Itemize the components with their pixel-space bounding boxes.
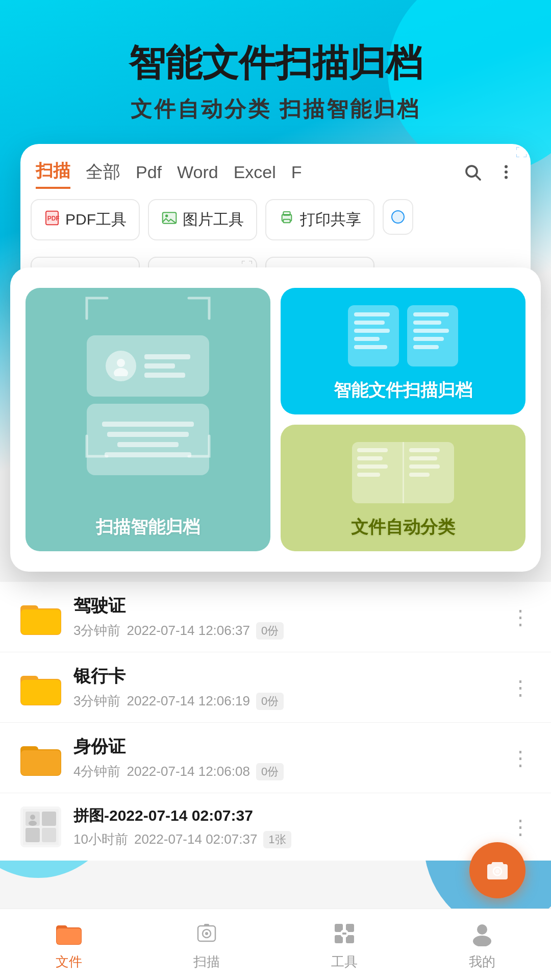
nav-mine[interactable]: 我的 <box>467 918 497 971</box>
img-icon <box>161 210 178 230</box>
id-card-lines <box>144 354 190 378</box>
svg-rect-35 <box>42 812 56 826</box>
feature-grid: 扫描智能归档 <box>26 288 525 551</box>
nav-files-label: 文件 <box>56 953 82 971</box>
search-icon[interactable] <box>463 163 482 186</box>
file-name-2: 银行卡 <box>73 665 498 688</box>
svg-point-2 <box>505 165 508 168</box>
svg-rect-37 <box>42 828 56 842</box>
tab-all[interactable]: 全部 <box>86 160 120 188</box>
folder-icon-3 <box>20 740 61 776</box>
feature-card-smart-scan[interactable]: 智能文件扫描归档 <box>281 288 525 414</box>
bottom-nav: 文件 扫描 工具 <box>0 909 551 980</box>
nav-tools-label: 工具 <box>331 953 358 971</box>
feature-card-auto-classify[interactable]: 文件自动分类 <box>281 425 525 551</box>
tool-pdf-label: PDF工具 <box>65 209 127 230</box>
svg-point-41 <box>495 869 499 873</box>
file-info-1: 驾驶证 3分钟前 2022-07-14 12:06:37 0份 <box>73 594 498 640</box>
file-item[interactable]: 驾驶证 3分钟前 2022-07-14 12:06:37 0份 ⋮ <box>0 582 551 652</box>
svg-point-3 <box>505 170 508 174</box>
svg-rect-11 <box>283 219 290 223</box>
file-name-3: 身份证 <box>73 735 498 758</box>
folder-icon-2 <box>20 670 61 705</box>
svg-text:PDF: PDF <box>47 215 60 222</box>
tab-excel[interactable]: Excel <box>234 162 276 186</box>
book-icon-area <box>352 437 454 508</box>
file-info-3: 身份证 4分钟前 2022-07-14 12:06:08 0份 <box>73 735 498 780</box>
svg-point-22 <box>117 359 125 367</box>
svg-rect-32 <box>21 750 61 775</box>
svg-point-55 <box>477 924 487 935</box>
fab-camera-button[interactable] <box>469 842 525 898</box>
doc-2 <box>407 305 458 366</box>
file-item[interactable]: 拼图-2022-07-14 02:07:37 10小时前 2022-07-14 … <box>0 793 551 861</box>
feature-left-label: 扫描智能归档 <box>96 516 200 539</box>
nav-person-icon <box>467 918 497 949</box>
svg-rect-54 <box>342 933 346 935</box>
svg-rect-26 <box>21 609 61 634</box>
feature-card-right: 智能文件扫描归档 <box>281 288 525 551</box>
nav-scan-icon <box>191 918 222 949</box>
dual-doc-area <box>348 300 458 372</box>
svg-point-47 <box>205 932 208 935</box>
svg-rect-44 <box>57 928 81 944</box>
svg-rect-36 <box>26 828 40 842</box>
svg-rect-29 <box>21 680 61 705</box>
svg-point-12 <box>392 211 404 223</box>
svg-point-4 <box>505 176 508 179</box>
file-meta-2: 3分钟前 2022-07-14 12:06:19 0份 <box>73 692 498 710</box>
tab-pdf[interactable]: Pdf <box>136 162 162 186</box>
nav-mine-label: 我的 <box>469 953 495 971</box>
tool-print[interactable]: 打印共享 <box>265 199 374 240</box>
book-page-right <box>404 442 455 503</box>
file-info-2: 银行卡 3分钟前 2022-07-14 12:06:19 0份 <box>73 665 498 710</box>
nav-scan[interactable]: 扫描 <box>191 918 222 971</box>
file-more-2[interactable]: ⋮ <box>510 676 531 699</box>
tab-f[interactable]: F <box>291 162 302 186</box>
svg-rect-48 <box>204 924 209 926</box>
file-more-3[interactable]: ⋮ <box>510 746 531 770</box>
nav-tools-icon <box>329 918 360 949</box>
file-item[interactable]: 银行卡 3分钟前 2022-07-14 12:06:19 0份 ⋮ <box>0 652 551 723</box>
svg-point-39 <box>29 821 37 826</box>
file-more-4[interactable]: ⋮ <box>510 815 531 839</box>
file-list: 驾驶证 3分钟前 2022-07-14 12:06:37 0份 ⋮ 银行卡 3分… <box>0 582 551 861</box>
nav-scan-label: 扫描 <box>193 953 220 971</box>
tab-scan[interactable]: 扫描 <box>36 159 70 189</box>
main-title: 智能文件扫描归档 <box>31 41 520 85</box>
file-info-4: 拼图-2022-07-14 02:07:37 10小时前 2022-07-14 … <box>73 805 498 848</box>
nav-files[interactable]: 文件 <box>54 918 84 971</box>
sub-title: 文件自动分类 扫描智能归档 <box>31 95 520 124</box>
header-section: 智能文件扫描归档 文件自动分类 扫描智能归档 <box>0 0 551 144</box>
person-icon <box>106 351 136 381</box>
file-item[interactable]: 身份证 4分钟前 2022-07-14 12:06:08 0份 ⋮ <box>0 723 551 793</box>
tool-img[interactable]: 图片工具 <box>148 199 257 240</box>
svg-point-38 <box>30 815 35 820</box>
feature-card-scan[interactable]: 扫描智能归档 <box>26 288 270 551</box>
file-name-4: 拼图-2022-07-14 02:07:37 <box>73 805 498 826</box>
book-page-left <box>352 442 404 503</box>
tool-more-partial <box>383 199 413 235</box>
print-icon <box>279 210 295 230</box>
id-card-doc <box>87 335 209 397</box>
tool-print-label: 打印共享 <box>300 209 361 230</box>
folder-icon-1 <box>20 599 61 635</box>
svg-point-56 <box>473 936 491 946</box>
svg-line-1 <box>476 176 480 180</box>
nav-tools[interactable]: 工具 <box>329 918 360 971</box>
puzzle-thumb <box>20 806 61 847</box>
card-doc-area-left <box>38 303 258 507</box>
tool-pdf[interactable]: PDF PDF工具 <box>31 199 140 240</box>
tools-row-1: PDF PDF工具 图片工具 打 <box>20 199 531 249</box>
feature-right-top-label: 智能文件扫描归档 <box>334 379 472 402</box>
tab-word[interactable]: Word <box>177 162 218 186</box>
pdf-icon: PDF <box>44 210 60 230</box>
svg-point-23 <box>114 368 128 376</box>
nav-folder-icon <box>54 918 84 949</box>
file-name-1: 驾驶证 <box>73 594 498 618</box>
file-more-1[interactable]: ⋮ <box>510 605 531 629</box>
doc-1 <box>348 305 399 366</box>
more-icon[interactable] <box>497 163 515 186</box>
svg-point-8 <box>165 214 168 217</box>
feature-right-bottom-label: 文件自动分类 <box>351 516 455 539</box>
